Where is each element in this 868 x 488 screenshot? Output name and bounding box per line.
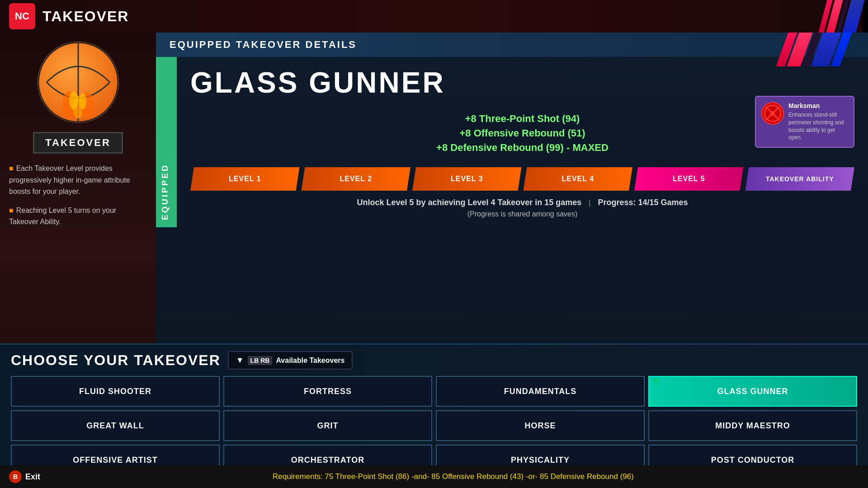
selected-indicator (652, 379, 661, 388)
b-button-icon: B (9, 470, 22, 483)
left-info: ■Each Takeover Level provides progressiv… (0, 154, 156, 244)
level-1-bar[interactable]: LEVEL 1 (190, 167, 300, 191)
left-info-2: Reaching Level 5 turns on your Takeover … (9, 206, 116, 226)
logo: NC (9, 3, 35, 29)
marksman-text: Marksman Enhances stand-still perimeter … (788, 102, 848, 141)
exit-button[interactable]: B Exit (9, 470, 40, 483)
choose-section: CHOOSE YOUR TAKEOVER ▼ LB RB Available T… (0, 343, 868, 465)
progress-row: Unlock Level 5 by achieving Level 4 Take… (190, 198, 854, 207)
choose-title: CHOOSE YOUR TAKEOVER (11, 352, 221, 369)
takeover-great-wall[interactable]: GREAT WALL (11, 410, 220, 441)
takeover-horse[interactable]: HORSE (436, 410, 645, 441)
equipped-title: EQUIPPED TAKEOVER DETAILS (170, 39, 357, 51)
choose-header: CHOOSE YOUR TAKEOVER ▼ LB RB Available T… (0, 345, 868, 376)
progress-divider: | (589, 199, 590, 207)
takeover-glass-gunner[interactable]: GLASS GUNNER (648, 376, 857, 407)
page-title: Takeover (42, 8, 129, 25)
level-3-bar[interactable]: LEVEL 3 (412, 167, 522, 191)
level-5-bar[interactable]: LEVEL 5 (634, 167, 744, 191)
level-4-bar[interactable]: LEVEL 4 (524, 167, 633, 191)
basketball-graphic (33, 42, 123, 132)
requirements-text: Requirements: 75 Three-Point Shot (86) -… (47, 472, 859, 481)
bottom-bar: B Exit Requirements: 75 Three-Point Shot… (0, 465, 868, 488)
left-info-1: Each Takeover Level provides progressive… (9, 164, 130, 195)
svg-point-5 (69, 91, 78, 109)
takeover-label-box: TAKEOVER (33, 132, 123, 154)
svg-point-10 (770, 111, 775, 116)
takeover-fluid-shooter[interactable]: FLUID SHOOTER (11, 376, 220, 407)
header: NC Takeover (0, 0, 868, 33)
filter-button[interactable]: ▼ LB RB Available Takeovers (228, 351, 353, 370)
equipped-tag: EQUIPPED (156, 57, 177, 227)
takeover-middy-maestro[interactable]: MIDDY MAESTRO (648, 410, 857, 441)
lb-rb-label: LB RB (248, 356, 273, 365)
filter-label: Available Takeovers (276, 357, 344, 365)
progress-text: Progress: 14/15 Games (598, 198, 688, 207)
marksman-name: Marksman (788, 102, 848, 109)
svg-point-6 (79, 93, 86, 109)
shared-text: (Progress is shared among saves) (467, 210, 578, 218)
takeover-label: TAKEOVER (45, 137, 111, 148)
filter-icon: ▼ (236, 356, 244, 365)
marksman-badge: Marksman Enhances stand-still perimeter … (755, 96, 854, 148)
takeover-name: GLASS GUNNER (190, 66, 854, 99)
takeover-ability-bar[interactable]: TAKEOVER ABILITY (745, 167, 855, 191)
marksman-icon (761, 102, 784, 125)
exit-label: Exit (25, 472, 40, 482)
unlock-text: Unlock Level 5 by achieving Level 4 Take… (357, 198, 581, 207)
takeover-grit[interactable]: GRIT (223, 410, 432, 441)
marksman-desc: Enhances stand-still perimeter shooting … (788, 111, 848, 141)
takeover-fundamentals[interactable]: FUNDAMENTALS (436, 376, 645, 407)
equipped-header: EQUIPPED TAKEOVER DETAILS (156, 33, 868, 57)
takeover-fortress[interactable]: FORTRESS (223, 376, 432, 407)
level-bars: LEVEL 1 LEVEL 2 LEVEL 3 LEVEL 4 LEVEL 5 … (190, 167, 854, 191)
level-2-bar[interactable]: LEVEL 2 (302, 167, 411, 191)
